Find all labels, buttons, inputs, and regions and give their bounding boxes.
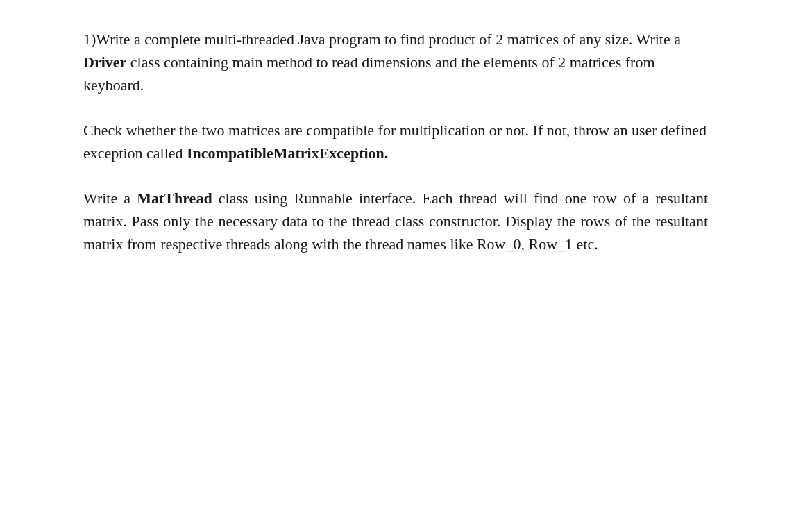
main-content: 1)Write a complete multi-threaded Java p…: [0, 0, 763, 305]
paragraph-3: Write a MatThread class using Runnable i…: [83, 187, 708, 255]
paragraph-2: Check whether the two matrices are compa…: [83, 119, 708, 165]
paragraph-1-text-before-bold: 1)Write a complete multi-threaded Java p…: [83, 31, 681, 48]
paragraph-2-text-before-bold: Check whether the two matrices are compa…: [83, 121, 707, 162]
paragraph-1: 1)Write a complete multi-threaded Java p…: [83, 28, 708, 96]
paragraph-3-bold: MatThread: [137, 190, 212, 207]
paragraph-1-bold: Driver: [83, 53, 126, 71]
paragraph-2-bold: IncompatibleMatrixException.: [187, 144, 388, 162]
paragraph-1-text-after-bold: class containing main method to read dim…: [83, 53, 655, 94]
paragraph-3-text-before-bold: Write a: [83, 190, 137, 207]
